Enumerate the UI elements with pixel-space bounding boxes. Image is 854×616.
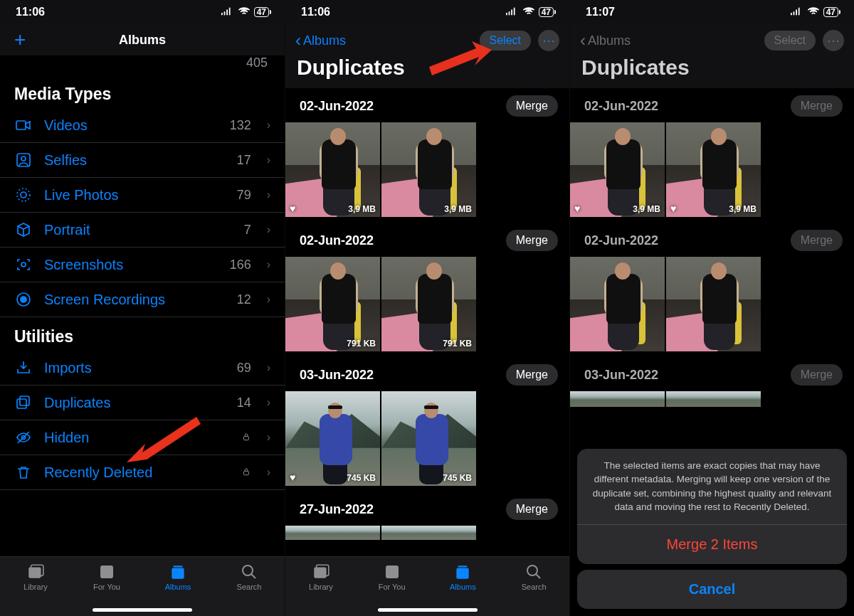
- photo-thumbnail[interactable]: [285, 526, 380, 540]
- svg-rect-8: [20, 396, 29, 405]
- row-videos[interactable]: Videos 132 ›: [0, 108, 285, 143]
- row-count: 7: [244, 223, 251, 238]
- group-date: 27-Jun-2022: [300, 502, 374, 517]
- group-date: 03-Jun-2022: [584, 368, 658, 383]
- merge-button[interactable]: Merge: [506, 499, 558, 520]
- chevron-right-icon: ›: [267, 466, 270, 479]
- photo-stack-icon: [26, 563, 45, 581]
- wifi-icon: [807, 6, 820, 18]
- row-count: 17: [237, 153, 251, 168]
- svg-rect-1: [17, 154, 30, 166]
- section-media-types: Media Types: [0, 75, 285, 108]
- heart-icon: ♥: [574, 203, 580, 214]
- cancel-button[interactable]: Cancel: [577, 570, 847, 609]
- row-recentlydeleted[interactable]: Recently Deleted ›: [0, 455, 285, 490]
- square-stack-icon: [14, 394, 33, 411]
- wifi-icon: [238, 6, 251, 18]
- livephoto-icon: [14, 186, 33, 203]
- file-size: 3,9 MB: [444, 204, 472, 214]
- svg-rect-17: [174, 565, 183, 567]
- tab-search[interactable]: Search: [221, 563, 278, 591]
- home-indicator[interactable]: [93, 608, 192, 612]
- svg-rect-11: [243, 436, 248, 440]
- merge-items-button[interactable]: Merge 2 Items: [577, 525, 847, 564]
- svg-rect-22: [386, 565, 399, 578]
- tab-library[interactable]: Library: [292, 563, 349, 591]
- screen-merge-sheet: 11:07 47 ‹ Albums Select ⋯ Duplicates 02…: [569, 0, 854, 616]
- group-date: 03-Jun-2022: [300, 368, 374, 383]
- row-count: 166: [230, 257, 251, 272]
- photo-thumbnail[interactable]: ♥ 745 KB: [285, 391, 380, 486]
- group-date: 02-Jun-2022: [300, 99, 374, 114]
- row-livephotos[interactable]: Live Photos 79 ›: [0, 178, 285, 213]
- svg-point-18: [243, 565, 253, 575]
- duplicates-list[interactable]: 02-Jun-2022 Merge ♥ 3,9 MB 3,9 MB 02-Jun…: [285, 88, 569, 556]
- row-label: Screenshots: [44, 257, 218, 273]
- row-screenrecordings[interactable]: Screen Recordings 12 ›: [0, 282, 285, 317]
- row-selfies[interactable]: Selfies 17 ›: [0, 143, 285, 178]
- more-button[interactable]: ⋯: [538, 30, 559, 51]
- row-portrait[interactable]: Portrait 7 ›: [0, 213, 285, 248]
- merge-button[interactable]: Merge: [506, 230, 558, 251]
- tab-albums[interactable]: Albums: [434, 563, 491, 591]
- tab-albums[interactable]: Albums: [149, 563, 206, 591]
- screen-albums: 11:06 47 + Albums 405 Media Types Videos…: [0, 0, 285, 616]
- duplicate-group: 27-Jun-2022 Merge: [285, 492, 569, 546]
- back-button[interactable]: ‹ Albums: [295, 31, 346, 51]
- svg-rect-0: [16, 121, 26, 129]
- video-icon: [14, 117, 33, 134]
- status-bar: 11:06 47: [285, 0, 569, 24]
- cellular-icon: [221, 6, 234, 18]
- tab-library[interactable]: Library: [7, 563, 64, 591]
- merge-button[interactable]: Merge: [506, 95, 558, 117]
- row-label: Screen Recordings: [44, 292, 226, 308]
- status-time: 11:06: [301, 6, 330, 18]
- tab-foryou[interactable]: For You: [78, 563, 135, 591]
- ellipsis-icon: ⋯: [827, 33, 840, 48]
- partial-row: 405: [0, 55, 285, 75]
- row-screenshots[interactable]: Screenshots 166 ›: [0, 248, 285, 282]
- albums-list[interactable]: 405 Media Types Videos 132 › Selfies 17 …: [0, 55, 285, 556]
- tab-search[interactable]: Search: [505, 563, 562, 591]
- duplicate-group: 03-Jun-2022 Merge ♥ 745 KB 745 KB: [285, 357, 569, 492]
- select-button[interactable]: Select: [480, 31, 531, 51]
- svg-point-4: [17, 188, 30, 201]
- row-imports[interactable]: Imports 69 ›: [0, 351, 285, 386]
- row-count: 79: [237, 188, 251, 203]
- photo-thumbnail[interactable]: 791 KB: [381, 257, 476, 351]
- status-time: 11:06: [16, 6, 45, 18]
- group-date: 02-Jun-2022: [584, 99, 658, 114]
- svg-rect-24: [458, 565, 468, 567]
- row-label: Selfies: [44, 152, 226, 169]
- merge-button[interactable]: Merge: [506, 364, 558, 386]
- eye-slash-icon: [14, 429, 33, 446]
- photo-thumbnail[interactable]: 745 KB: [381, 391, 476, 486]
- sheet-message: The selected items are exact copies that…: [577, 449, 847, 525]
- photo-thumbnail[interactable]: 3,9 MB: [381, 122, 476, 217]
- heart-icon: ♥: [290, 203, 295, 214]
- row-duplicates[interactable]: Duplicates 14 ›: [0, 386, 285, 420]
- photo-thumbnail[interactable]: ♥ 3,9 MB: [285, 122, 380, 217]
- row-label: Duplicates: [44, 395, 226, 411]
- tab-foryou[interactable]: For You: [364, 563, 421, 591]
- file-size: 791 KB: [443, 339, 472, 349]
- tab-bar: Library For You Albums Search: [285, 556, 569, 616]
- photo-thumbnail[interactable]: [381, 526, 476, 540]
- status-right: 47: [506, 6, 554, 18]
- row-hidden[interactable]: Hidden ›: [0, 420, 285, 455]
- trash-icon: [14, 464, 33, 481]
- group-date: 02-Jun-2022: [300, 233, 374, 248]
- photo-thumbnail[interactable]: 791 KB: [285, 257, 380, 351]
- merge-button: Merge: [791, 364, 843, 386]
- lock-icon: [241, 467, 251, 479]
- home-indicator[interactable]: [378, 608, 478, 612]
- status-bar: 11:06 47: [0, 0, 285, 24]
- add-button[interactable]: +: [14, 28, 36, 51]
- svg-rect-23: [457, 568, 469, 579]
- nav-bar: ‹ Albums Select ⋯: [570, 24, 854, 51]
- status-time: 11:07: [586, 6, 615, 18]
- file-size: 745 KB: [443, 473, 472, 483]
- svg-point-3: [21, 192, 26, 198]
- select-button: Select: [764, 31, 816, 51]
- heart-square-icon: [98, 563, 115, 581]
